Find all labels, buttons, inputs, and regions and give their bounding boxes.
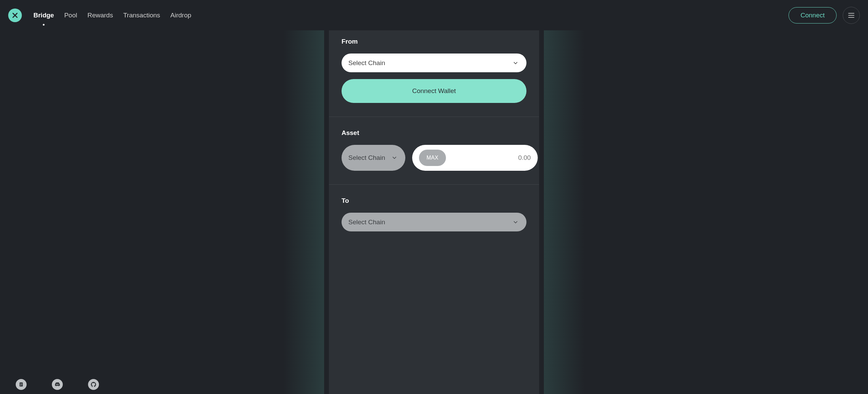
amount-box: MAX	[412, 145, 538, 171]
nav-airdrop[interactable]: Airdrop	[170, 12, 191, 19]
header-right: Connect	[789, 7, 860, 24]
svg-rect-4	[20, 384, 22, 385]
from-chain-select[interactable]: Select Chain	[342, 54, 526, 72]
chevron-down-icon	[512, 219, 519, 226]
chevron-down-icon	[391, 154, 398, 161]
to-chain-select-text: Select Chain	[348, 218, 385, 226]
chevron-down-icon	[512, 60, 519, 66]
nav-pool[interactable]: Pool	[64, 12, 77, 19]
to-label: To	[342, 197, 526, 204]
amount-input[interactable]	[450, 154, 531, 162]
from-label: From	[342, 38, 526, 45]
nav-rewards[interactable]: Rewards	[87, 12, 113, 19]
panel-wrap: From Select Chain Connect Wallet Asset S…	[306, 30, 562, 394]
max-button[interactable]: MAX	[419, 150, 446, 166]
svg-rect-3	[20, 383, 22, 384]
asset-chain-select[interactable]: Select Chain	[342, 145, 405, 171]
app-header: Bridge Pool Rewards Transactions Airdrop…	[0, 0, 868, 30]
discord-link[interactable]	[52, 379, 63, 390]
svg-rect-5	[20, 385, 21, 386]
header-left: Bridge Pool Rewards Transactions Airdrop	[8, 9, 191, 22]
main-area: From Select Chain Connect Wallet Asset S…	[0, 30, 868, 394]
document-icon	[18, 382, 24, 387]
connect-button[interactable]: Connect	[789, 7, 837, 24]
glow-right	[544, 30, 585, 394]
github-icon	[90, 381, 97, 388]
asset-chain-select-text: Select Chain	[348, 154, 385, 162]
section-from: From Select Chain Connect Wallet	[329, 30, 539, 117]
asset-label: Asset	[342, 129, 526, 137]
bridge-panel: From Select Chain Connect Wallet Asset S…	[329, 30, 539, 394]
menu-button[interactable]	[843, 7, 860, 24]
logo-icon	[12, 12, 18, 19]
asset-row: Select Chain MAX	[342, 145, 526, 171]
glow-left	[283, 30, 324, 394]
app-logo[interactable]	[8, 9, 22, 22]
discord-icon	[54, 381, 60, 388]
social-strip	[16, 379, 99, 390]
nav-transactions[interactable]: Transactions	[123, 12, 160, 19]
nav-bridge[interactable]: Bridge	[33, 12, 54, 19]
hamburger-icon	[848, 13, 854, 18]
main-nav: Bridge Pool Rewards Transactions Airdrop	[33, 12, 191, 19]
connect-wallet-button[interactable]: Connect Wallet	[342, 79, 526, 103]
to-chain-select[interactable]: Select Chain	[342, 213, 526, 231]
section-asset: Asset Select Chain MAX	[329, 117, 539, 185]
docs-link[interactable]	[16, 379, 27, 390]
from-chain-select-text: Select Chain	[348, 59, 385, 67]
github-link[interactable]	[88, 379, 99, 390]
section-to: To Select Chain	[329, 185, 539, 259]
